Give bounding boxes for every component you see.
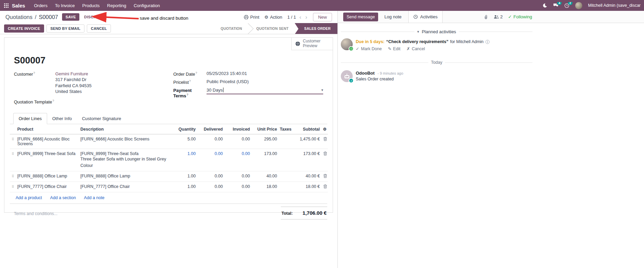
menu-orders[interactable]: Orders (31, 1, 51, 11)
menu-to-invoice[interactable]: To Invoice (52, 1, 78, 11)
table-row[interactable]: ⠿ [FURN_8999] Three-Seat Sofa [FURN_8999… (10, 149, 328, 171)
cell-quantity[interactable]: 5.00 (173, 134, 197, 149)
pricelist-label: Pricelist? (173, 79, 207, 85)
payment-terms-input[interactable]: 30 Days ▾ (207, 88, 323, 94)
cell-product[interactable]: [FURN_8999] Three-Seat Sofa (16, 149, 79, 171)
tab-order-lines[interactable]: Order Lines (13, 113, 47, 124)
delete-row-button[interactable] (321, 171, 328, 182)
add-section-link[interactable]: Add a section (50, 195, 76, 200)
add-note-link[interactable]: Add a note (84, 195, 104, 200)
state-sales-order[interactable]: SALES ORDER (295, 23, 337, 34)
send-message-button[interactable]: Send message (343, 13, 378, 21)
tab-other-info[interactable]: Other Info (47, 113, 77, 124)
following-button[interactable]: ✓ Following (508, 14, 532, 19)
cell-product[interactable]: [FURN_8888] Office Lamp (16, 171, 79, 182)
paperclip-icon[interactable] (484, 15, 488, 19)
drag-handle-icon[interactable]: ⠿ (10, 171, 16, 182)
table-row[interactable]: ⠿ [FURN_8888] Office Lamp [FURN_8888] Of… (10, 171, 328, 182)
delete-row-button[interactable] (321, 134, 328, 149)
mark-done-button[interactable]: ✓Mark Done (356, 46, 382, 51)
cell-invoiced[interactable]: 0.00 (224, 171, 251, 182)
cell-taxes[interactable] (278, 171, 297, 182)
customer-preview-button[interactable]: Customer Preview (291, 38, 333, 50)
pricelist-field[interactable]: Public Pricelist (USD) (207, 79, 249, 84)
pager-previous-icon[interactable]: ‹ (299, 14, 302, 20)
planned-activities-toggle[interactable]: ▾ Planned activities (341, 29, 532, 34)
cell-description[interactable]: [FURN_6666] Acoustic Bloc Screens (79, 134, 173, 149)
cell-taxes[interactable] (278, 149, 297, 171)
user-menu[interactable]: Mitchell Admin (save_discar (588, 3, 641, 8)
apps-menu-icon[interactable] (4, 3, 8, 8)
cell-unit-price[interactable]: 295.00 (251, 134, 278, 149)
edit-activity-button[interactable]: ✎Edit (388, 46, 401, 51)
app-name[interactable]: Sales (12, 3, 25, 8)
text-cursor (223, 88, 223, 92)
cell-description[interactable]: [FURN_8999] Three-Seat SofaThree Seater … (79, 149, 173, 171)
cell-unit-price[interactable]: 18.00 (251, 182, 278, 192)
cell-product[interactable]: [FURN_6666] Acoustic Bloc Screens (16, 134, 79, 149)
print-menu[interactable]: Print (244, 15, 259, 20)
cancel-activity-button[interactable]: ✗Cancel (407, 46, 425, 51)
chatter-panel: Send message Log note Activities 2 ✓ Fol… (337, 11, 644, 268)
cell-taxes[interactable] (278, 182, 297, 192)
cancel-button[interactable]: CANCEL (87, 24, 111, 33)
activities-label: Activities (420, 14, 437, 19)
cell-description[interactable]: [FURN_8888] Office Lamp (79, 171, 173, 182)
cell-subtotal: 1,475.00 € (297, 134, 321, 149)
messages-icon[interactable]: 4 (553, 3, 559, 8)
cell-quantity[interactable]: 1.00 (173, 149, 197, 171)
cell-delivered[interactable]: 0.00 (197, 171, 224, 182)
add-product-link[interactable]: Add a product (16, 195, 42, 200)
cell-delivered[interactable]: 0.00 (197, 134, 224, 149)
menu-configuration[interactable]: Configuration (130, 1, 163, 11)
drag-handle-icon[interactable]: ⠿ (10, 182, 16, 192)
cell-taxes[interactable] (278, 134, 297, 149)
breadcrumb-quotations[interactable]: Quotations (5, 14, 33, 20)
pager-next-icon[interactable]: › (305, 14, 308, 20)
chatter-icons: 2 ✓ Following (484, 11, 644, 23)
drag-handle-icon[interactable]: ⠿ (10, 149, 16, 171)
cell-invoiced[interactable]: 0.00 (224, 134, 251, 149)
log-note-button[interactable]: Log note (384, 14, 402, 19)
table-row[interactable]: ⠿ [FURN_7777] Office Chair [FURN_7777] O… (10, 182, 328, 192)
cell-description[interactable]: [FURN_7777] Office Chair (79, 182, 173, 192)
moon-icon[interactable] (543, 3, 547, 8)
cell-delivered[interactable]: 0.00 (197, 182, 224, 192)
activities-tab[interactable]: Activities (408, 11, 443, 23)
activities-clock-icon[interactable]: 2 (564, 3, 569, 8)
drag-handle-icon[interactable]: ⠿ (10, 134, 16, 149)
cell-quantity[interactable]: 1.00 (173, 182, 197, 192)
state-quotation[interactable]: QUOTATION (213, 23, 248, 34)
action-menu[interactable]: ⚙ Action (265, 15, 282, 20)
column-header-subtotal: Subtotal (297, 124, 321, 134)
cell-unit-price[interactable]: 40.00 (251, 171, 278, 182)
menu-products[interactable]: Products (79, 1, 103, 11)
table-row[interactable]: ⠿ [FURN_6666] Acoustic Bloc Screens [FUR… (10, 134, 328, 149)
delete-row-button[interactable] (321, 149, 328, 171)
discard-button[interactable]: DISCARD (81, 13, 105, 21)
state-quotation-sent[interactable]: QUOTATION SENT (248, 23, 295, 34)
terms-placeholder[interactable]: Terms and conditions... (10, 207, 281, 219)
cell-unit-price[interactable]: 173.00 (251, 149, 278, 171)
user-avatar[interactable] (575, 2, 582, 9)
order-date-field[interactable]: 05/25/2023 15:40:01 (207, 71, 247, 76)
tab-customer-signature[interactable]: Customer Signature (77, 113, 126, 124)
cell-quantity[interactable]: 1.00 (173, 171, 197, 182)
cell-delivered[interactable]: 0.00 (197, 149, 224, 171)
new-button[interactable]: New (313, 13, 332, 21)
followers-button[interactable]: 2 (493, 14, 503, 19)
cell-invoiced[interactable]: 0.00 (224, 182, 251, 192)
info-icon[interactable] (485, 40, 490, 44)
payment-terms-label: Payment Terms? (173, 88, 207, 98)
save-button[interactable]: SAVE (62, 13, 79, 21)
send-by-email-button[interactable]: SEND BY EMAIL (46, 24, 85, 33)
create-invoice-button[interactable]: CREATE INVOICE (4, 24, 44, 33)
cell-invoiced[interactable]: 0.00 (224, 149, 251, 171)
delete-row-button[interactable] (321, 182, 328, 192)
optional-columns-icon[interactable]: ⚙ (321, 124, 328, 134)
customer-link[interactable]: Gemini Furniture (55, 71, 92, 77)
cell-product[interactable]: [FURN_7777] Office Chair (16, 182, 79, 192)
order-date-label: Order Date? (173, 71, 207, 77)
dropdown-caret-icon[interactable]: ▾ (321, 88, 323, 92)
menu-reporting[interactable]: Reporting (104, 1, 130, 11)
